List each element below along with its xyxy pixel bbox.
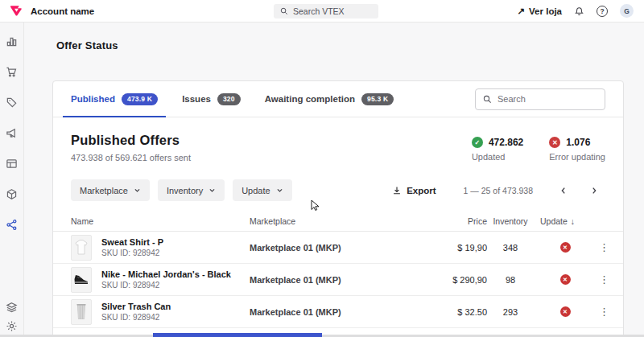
error-status-icon: ✕	[560, 242, 571, 253]
view-store-link[interactable]: ↗ Ver loja	[517, 6, 562, 17]
column-inventory[interactable]: Inventory	[487, 216, 534, 226]
topbar: Account name Search VTEX ↗ Ver loja ?	[0, 0, 644, 23]
tab-issues[interactable]: Issues 320	[182, 81, 241, 117]
sort-down-icon: ↓	[571, 216, 575, 226]
summary-stats: ✓ 472.862 Updated ✕ 1.076 Error updating	[472, 133, 605, 162]
export-button[interactable]: Export	[392, 186, 436, 195]
chevron-down-icon	[208, 187, 216, 194]
shipping-box-icon[interactable]	[6, 188, 18, 200]
stat-error-value: 1.076	[566, 137, 590, 148]
chevron-down-icon	[276, 187, 283, 194]
list-search[interactable]	[475, 88, 605, 110]
product-name: Silver Trash Can	[101, 302, 171, 311]
filter-marketplace-button[interactable]: Marketplace	[71, 179, 150, 201]
vtex-admin-screen: Account name Search VTEX ↗ Ver loja ?	[0, 0, 644, 337]
column-name[interactable]: Name	[71, 216, 250, 226]
tab-awaiting-label: Awaiting completion	[265, 94, 355, 104]
notifications-bell-icon[interactable]	[574, 6, 584, 16]
export-label: Export	[407, 186, 436, 195]
apps-layers-icon[interactable]	[6, 302, 18, 314]
orders-cart-icon[interactable]	[6, 66, 18, 78]
chevron-left-icon	[559, 187, 568, 195]
pagination-prev-button[interactable]	[552, 183, 575, 198]
settings-gear-icon[interactable]	[6, 320, 18, 332]
global-search-placeholder: Search VTEX	[293, 6, 345, 16]
page-title: Offer Status	[56, 39, 118, 51]
list-search-input[interactable]	[497, 94, 597, 104]
stat-updated-value: 472.862	[489, 137, 523, 148]
row-price: $ 290,90	[407, 275, 487, 285]
error-status-icon: ✕	[560, 274, 571, 285]
pagination-range: 1 — 25 of 473.938	[464, 186, 533, 195]
table-row[interactable]: Silver Trash Can SKU ID: 928942 Marketpl…	[53, 296, 623, 328]
external-link-icon: ↗	[517, 6, 525, 17]
download-icon	[392, 186, 402, 195]
row-inventory: 98	[487, 275, 534, 285]
product-sku: SKU ID: 928942	[101, 281, 231, 290]
marketing-megaphone-icon[interactable]	[6, 127, 18, 139]
help-icon[interactable]: ?	[597, 6, 608, 17]
pagination-next-button[interactable]	[583, 183, 605, 198]
column-marketplace[interactable]: Marketplace	[250, 216, 407, 226]
table-row[interactable]: Nike - Michael Jordan's - Black SKU ID: …	[53, 264, 623, 296]
row-price: $ 19,90	[407, 243, 487, 253]
row-marketplace: Marketplace 01 (MKP)	[250, 275, 407, 285]
filter-update-button[interactable]: Update	[233, 179, 291, 201]
summary-row: Published Offers 473.938 of 569.621 offe…	[53, 117, 623, 166]
table-header: Name Marketplace Price Inventory Update …	[53, 212, 623, 232]
row-inventory: 293	[487, 307, 534, 317]
search-icon	[483, 95, 492, 104]
row-actions-kebab-icon[interactable]: ⋮	[597, 305, 612, 319]
sidebar	[0, 23, 24, 337]
column-price[interactable]: Price	[407, 216, 487, 226]
stat-updated-label: Updated	[472, 152, 523, 162]
vtex-logo-icon[interactable]	[10, 5, 23, 17]
storefront-icon[interactable]	[6, 158, 18, 170]
search-icon	[280, 7, 288, 15]
product-sku: SKU ID: 928942	[101, 313, 171, 322]
product-thumbnail	[71, 299, 92, 325]
stat-error-label: Error updating	[549, 152, 605, 162]
filter-inventory-label: Inventory	[167, 186, 203, 195]
summary-block: Published Offers 473.938 of 569.621 offe…	[71, 133, 191, 162]
product-thumbnail	[71, 235, 92, 261]
row-actions-kebab-icon[interactable]: ⋮	[597, 240, 612, 254]
promotions-tag-icon[interactable]	[6, 97, 18, 109]
tab-published-badge: 473.9 K	[122, 93, 158, 105]
global-search[interactable]: Search VTEX	[274, 4, 378, 18]
filter-marketplace-label: Marketplace	[80, 186, 128, 195]
chevron-down-icon	[134, 187, 141, 194]
filters-row: Marketplace Inventory Update Export 1 — …	[53, 166, 623, 212]
product-name: Sweat Shirt - P	[101, 237, 163, 247]
table-row[interactable]: Sweat Shirt - P SKU ID: 928942 Marketpla…	[53, 232, 623, 264]
row-inventory: 348	[487, 243, 534, 253]
analytics-icon[interactable]	[6, 35, 18, 47]
row-marketplace: Marketplace 01 (MKP)	[250, 243, 407, 253]
row-price: $ 32.50	[407, 307, 487, 317]
error-status-icon: ✕	[560, 306, 571, 317]
account-name: Account name	[31, 6, 94, 16]
horizontal-scrollbar-thumb[interactable]	[153, 333, 322, 337]
tab-issues-badge: 320	[217, 93, 241, 105]
success-check-icon: ✓	[472, 137, 483, 148]
product-thumbnail	[71, 267, 92, 293]
column-update-label: Update	[540, 216, 568, 226]
stat-error: ✕ 1.076 Error updating	[549, 137, 605, 162]
product-name: Nike - Michael Jordan's - Black	[101, 269, 231, 279]
tab-issues-label: Issues	[182, 94, 211, 104]
avatar[interactable]: G	[620, 4, 634, 18]
filter-update-label: Update	[242, 186, 270, 195]
marketplace-share-icon[interactable]	[6, 219, 18, 231]
error-cross-icon: ✕	[549, 137, 560, 148]
filter-inventory-button[interactable]: Inventory	[158, 179, 225, 201]
row-marketplace: Marketplace 01 (MKP)	[250, 307, 407, 317]
view-store-label: Ver loja	[529, 6, 562, 16]
tab-published-label: Published	[71, 94, 115, 104]
chevron-right-icon	[590, 187, 598, 195]
mouse-cursor	[311, 199, 320, 212]
topbar-actions: ↗ Ver loja ? G	[517, 4, 634, 18]
tab-awaiting-completion[interactable]: Awaiting completion 95.3 K	[265, 81, 394, 117]
row-actions-kebab-icon[interactable]: ⋮	[597, 273, 612, 286]
column-update[interactable]: Update ↓	[534, 216, 597, 226]
tab-published[interactable]: Published 473.9 K	[71, 81, 158, 117]
